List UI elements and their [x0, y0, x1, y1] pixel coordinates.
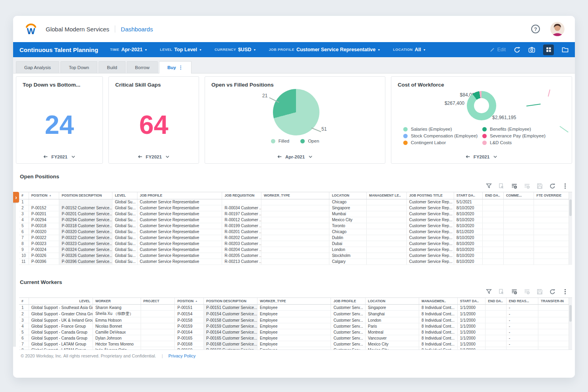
refresh-icon[interactable]: [514, 46, 520, 53]
table-row[interactable]: 3Global Support - UK & Ireland GroupEmma…: [19, 317, 569, 323]
period-selector[interactable]: Apr-2021: [205, 154, 385, 159]
column-header[interactable]: LOCATION: [366, 298, 419, 305]
column-header[interactable]: START DA..: [454, 192, 483, 199]
table-cell: [29, 199, 59, 205]
column-header[interactable]: TRANSFER-IN: [538, 298, 569, 305]
table-row[interactable]: 4Global Support - France GroupNicolas Bo…: [19, 323, 569, 329]
table-cell: [503, 205, 534, 211]
table-row[interactable]: 3P-00201P-00201 Customer Service...Globa…: [19, 211, 569, 217]
table-cell: [538, 305, 569, 311]
column-header[interactable]: END DA..: [483, 192, 503, 199]
grid-view-button[interactable]: [543, 44, 554, 55]
table-cell: [483, 211, 503, 217]
column-header[interactable]: #: [19, 298, 29, 305]
folder-icon[interactable]: [562, 46, 569, 53]
tab-top-down[interactable]: Top Down: [60, 61, 97, 73]
table-cell: Customer Service Representative: [137, 253, 222, 259]
view-settings-icon[interactable]: [511, 289, 517, 295]
legend-label: Benefits (Employee): [490, 127, 531, 131]
column-header[interactable]: MANAGEMEN..: [419, 298, 458, 305]
filter-location[interactable]: LOCATIONAll▼: [393, 47, 426, 52]
column-header[interactable]: END REAS...: [506, 298, 538, 305]
edit-button[interactable]: Edit: [489, 47, 506, 52]
table-row[interactable]: 5P-00318P-00318 Customer Service...Globa…: [19, 223, 569, 229]
table-cell: R-00012 Customer ...: [222, 217, 261, 223]
kebab-icon[interactable]: ⋮: [178, 65, 183, 70]
column-header[interactable]: #: [19, 192, 29, 199]
table-row[interactable]: 1Global Su...Customer Service Representa…: [19, 199, 569, 205]
more-icon[interactable]: [562, 183, 568, 189]
column-header[interactable]: LEVEL: [112, 192, 137, 199]
scrollbar-thumb[interactable]: [569, 305, 572, 322]
period-selector[interactable]: FY2021: [16, 154, 103, 159]
filter-job-profile[interactable]: JOB PROFILECustomer Service Representati…: [269, 47, 380, 52]
column-header[interactable]: JOB PROFILE: [331, 298, 366, 305]
callout-line: [526, 104, 541, 106]
table-row[interactable]: 10P-00326P-00326 Customer Service...Glob…: [19, 253, 569, 259]
table-cell: R-00202 Customer ...: [222, 235, 261, 241]
table-row[interactable]: 11P-00396P-00396 Customer Service...Glob…: [19, 259, 569, 265]
table-row[interactable]: 7P-00322P-00322 Customer Service...Globa…: [19, 235, 569, 241]
table-row[interactable]: 8P-00323P-00323 Customer Service...Globa…: [19, 241, 569, 247]
column-header[interactable]: POSITION▲: [29, 192, 59, 199]
more-icon[interactable]: [562, 289, 568, 295]
table-row[interactable]: 6P-00320P-00320 Customer Service...Globa…: [19, 229, 569, 235]
filter-currency[interactable]: CURRENCY$USD▼: [215, 47, 256, 52]
filter-icon[interactable]: [486, 289, 492, 295]
column-header[interactable]: POSITION DESCRIPTION: [203, 298, 257, 305]
filter-level[interactable]: LEVELTop Level▼: [160, 47, 202, 52]
refresh-icon[interactable]: [549, 183, 555, 189]
column-header[interactable]: COMME...: [503, 192, 534, 199]
table-cell: Customer Service Rep...: [406, 205, 454, 211]
avatar[interactable]: [550, 22, 565, 36]
table-row[interactable]: 7Global Support - LATAM GroupHéctor Torr…: [19, 341, 569, 347]
column-header[interactable]: FTE OVERRIDE: [534, 192, 569, 199]
filter-time[interactable]: TIMEApr-2021▼: [110, 47, 147, 52]
tab-gap-analysis[interactable]: Gap Analysis: [16, 61, 59, 73]
vertical-scrollbar[interactable]: [569, 192, 572, 265]
table-cell: [538, 335, 569, 341]
vertical-scrollbar[interactable]: [569, 298, 572, 350]
scrollbar-thumb[interactable]: [569, 199, 572, 216]
refresh-icon[interactable]: [549, 289, 555, 295]
table-cell: 3: [19, 317, 29, 323]
period-selector[interactable]: FY2021: [109, 154, 199, 159]
tab-buy[interactable]: Buy⋮: [159, 61, 191, 73]
column-header[interactable]: POSITION DESCRIPTION: [59, 192, 112, 199]
column-header[interactable]: WORKER: [93, 298, 141, 305]
table-row[interactable]: 2P-00152P-00152 Customer Service...Globa…: [19, 205, 569, 211]
table-row[interactable]: 6Global Support - Canada GroupDylan John…: [19, 335, 569, 341]
tab-build[interactable]: Build: [99, 61, 126, 73]
table-row[interactable]: 9P-00324P-00324 Customer Service...Globa…: [19, 247, 569, 253]
table-row[interactable]: 4P-00294P-00294 Customer Service...Globa…: [19, 217, 569, 223]
table-row[interactable]: 5Global Support - Canada GroupCamille De…: [19, 329, 569, 335]
column-header[interactable]: JOB PROFILE: [137, 192, 222, 199]
column-header[interactable]: WORKER_TYPE: [261, 192, 329, 199]
column-header[interactable]: LEVEL: [29, 298, 93, 305]
column-header[interactable]: POSITION▲: [175, 298, 204, 305]
donut-chart[interactable]: [467, 91, 496, 120]
breadcrumb-dashboards-link[interactable]: Dashboards: [121, 26, 153, 33]
column-header[interactable]: JOB POSTING TITLE: [406, 192, 454, 199]
filter-icon[interactable]: [486, 183, 492, 189]
expand-panel-button[interactable]: ›: [13, 192, 19, 203]
camera-icon[interactable]: [528, 46, 535, 53]
table-row[interactable]: 1Global Support - Southeast Asia GroShar…: [19, 305, 569, 311]
column-header[interactable]: LOCATION: [329, 192, 367, 199]
table-row[interactable]: 8Global Support - LATAM GroupInés Álvare…: [19, 347, 569, 350]
tab-borrow[interactable]: Borrow: [127, 61, 158, 73]
workday-logo-icon[interactable]: W: [23, 21, 39, 37]
column-header[interactable]: START DA..: [457, 298, 485, 305]
table-cell: 1: [19, 305, 29, 311]
column-header[interactable]: JOB REQUISITION: [222, 192, 261, 199]
privacy-policy-link[interactable]: Privacy Policy: [168, 353, 195, 358]
column-header[interactable]: MANAGEMENT LE..: [367, 192, 407, 199]
help-icon[interactable]: ?: [531, 25, 540, 33]
column-header[interactable]: END DA..: [485, 298, 506, 305]
table-row[interactable]: 2Global Support - Greater China GrouShei…: [19, 311, 569, 317]
column-header[interactable]: PROJECT: [141, 298, 175, 305]
period-selector[interactable]: FY2021: [391, 154, 572, 159]
view-settings-icon[interactable]: [511, 183, 517, 189]
table-cell: [538, 347, 569, 350]
column-header[interactable]: WORKER_TYPE: [257, 298, 331, 305]
